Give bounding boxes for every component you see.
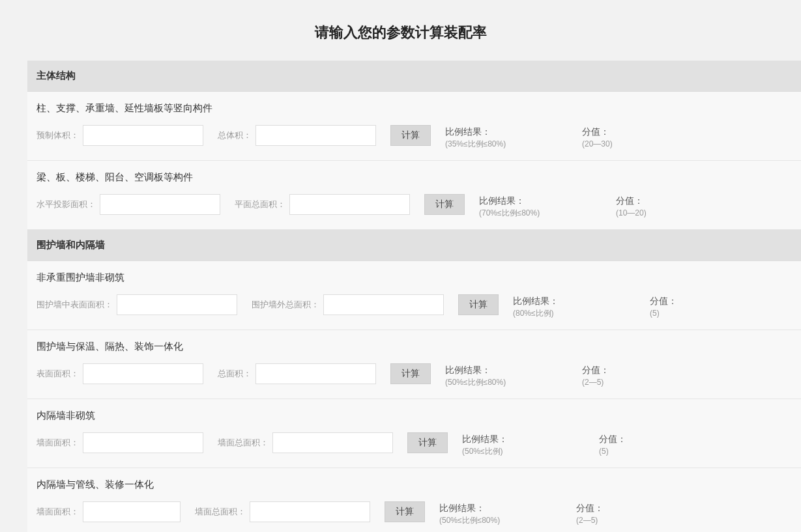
row-interior-partition-integrated: 内隔墙与管线、装修一体化 墙面面积： 墙面总面积： 计算 比例结果： (50%≤… — [27, 468, 801, 532]
row-enclosure-insulation: 围护墙与保温、隔热、装饰一体化 表面面积： 总面积： 计算 比例结果： (50%… — [27, 330, 801, 399]
ratio-hint: (50%≤比例) — [462, 445, 560, 457]
calculate-button[interactable]: 计算 — [407, 432, 448, 453]
field-label: 表面面积： — [36, 368, 79, 380]
section-header-enclosure-partition: 围护墙和内隔墙 — [27, 230, 801, 261]
ratio-result-label: 比例结果： — [445, 125, 543, 138]
total-area-input[interactable] — [255, 363, 376, 384]
score-label: 分值： — [576, 501, 674, 514]
ratio-hint: (70%≤比例≤80%) — [479, 207, 577, 219]
total-volume-input[interactable] — [255, 125, 376, 146]
score-label: 分值： — [650, 294, 748, 307]
ratio-result-label: 比例结果： — [513, 294, 611, 307]
score-label: 分值： — [616, 194, 714, 207]
section-header-main-structure: 主体结构 — [27, 61, 801, 92]
field-label: 墙面总面积： — [195, 506, 246, 518]
row-title: 梁、板、楼梯、阳台、空调板等构件 — [36, 171, 792, 184]
page-title: 请输入您的参数计算装配率 — [0, 0, 801, 61]
calculate-button[interactable]: 计算 — [390, 363, 431, 384]
ratio-hint: (80%≤比例) — [513, 307, 611, 319]
field-label: 预制体积： — [36, 130, 79, 141]
score-label: 分值： — [599, 432, 697, 445]
field-label: 墙面面积： — [36, 437, 79, 449]
field-label: 总体积： — [218, 130, 252, 141]
row-title: 围护墙与保温、隔热、装饰一体化 — [36, 341, 792, 353]
ratio-result-label: 比例结果： — [445, 363, 543, 376]
row-beam-components: 梁、板、楼梯、阳台、空调板等构件 水平投影面积： 平面总面积： 计算 比例结果：… — [27, 161, 801, 230]
row-title: 内隔墙与管线、装修一体化 — [36, 479, 792, 491]
row-interior-partition: 内隔墙非砌筑 墙面面积： 墙面总面积： 计算 比例结果： (50%≤比例) 分值… — [27, 399, 801, 468]
row-title: 内隔墙非砌筑 — [36, 410, 792, 422]
field-label: 围护墙中表面面积： — [36, 299, 113, 311]
ratio-result-label: 比例结果： — [462, 432, 560, 445]
horizontal-projection-area-input[interactable] — [100, 194, 220, 215]
row-title: 柱、支撑、承重墙、延性墙板等竖向构件 — [36, 102, 792, 115]
score-hint: (20—30) — [582, 138, 680, 150]
field-label: 平面总面积： — [235, 199, 285, 210]
wall-total-area-input-2[interactable] — [250, 501, 370, 522]
calculate-button[interactable]: 计算 — [458, 294, 499, 315]
score-hint: (5) — [599, 445, 697, 457]
field-label: 水平投影面积： — [36, 199, 96, 210]
row-title: 非承重围护墙非砌筑 — [36, 272, 792, 284]
score-hint: (2—5) — [576, 514, 674, 526]
prefab-volume-input[interactable] — [83, 125, 203, 146]
enclosure-surface-area-input[interactable] — [117, 294, 237, 315]
score-label: 分值： — [582, 363, 680, 376]
wall-total-area-input[interactable] — [272, 432, 393, 453]
ratio-hint: (50%≤比例≤80%) — [445, 376, 543, 388]
ratio-hint: (50%≤比例≤80%) — [439, 514, 537, 526]
score-hint: (2—5) — [582, 376, 680, 388]
plane-total-area-input[interactable] — [289, 194, 410, 215]
calculate-button[interactable]: 计算 — [390, 125, 431, 146]
row-non-load-bearing-wall: 非承重围护墙非砌筑 围护墙中表面面积： 围护墙外总面积： 计算 比例结果： (8… — [27, 261, 801, 330]
row-vertical-components: 柱、支撑、承重墙、延性墙板等竖向构件 预制体积： 总体积： 计算 比例结果： (… — [27, 92, 801, 161]
enclosure-total-area-input[interactable] — [323, 294, 444, 315]
calculate-button[interactable]: 计算 — [385, 501, 425, 522]
calculate-button[interactable]: 计算 — [424, 194, 465, 215]
field-label: 墙面总面积： — [218, 437, 269, 449]
form-container: 主体结构 柱、支撑、承重墙、延性墙板等竖向构件 预制体积： 总体积： 计算 比例… — [27, 61, 801, 532]
score-hint: (10—20) — [616, 207, 714, 219]
score-label: 分值： — [582, 125, 680, 138]
surface-area-input[interactable] — [83, 363, 203, 384]
field-label: 墙面面积： — [36, 506, 79, 518]
field-label: 总面积： — [218, 368, 252, 380]
field-label: 围护墙外总面积： — [252, 299, 319, 311]
ratio-result-label: 比例结果： — [479, 194, 577, 207]
score-hint: (5) — [650, 307, 748, 319]
ratio-result-label: 比例结果： — [439, 501, 537, 514]
ratio-hint: (35%≤比例≤80%) — [445, 138, 543, 150]
wall-area-input-2[interactable] — [83, 501, 181, 522]
wall-area-input[interactable] — [83, 432, 203, 453]
